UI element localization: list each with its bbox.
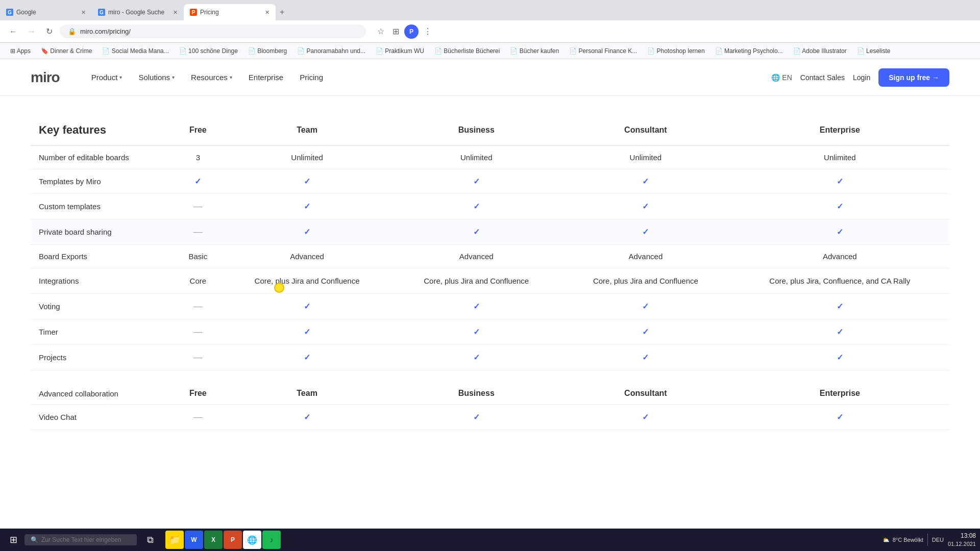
extensions-button[interactable]: ⊞ <box>389 24 402 38</box>
bookmark-photoshop[interactable]: 📄 Photoshop lernen <box>643 46 708 56</box>
bookmark-adobe[interactable]: 📄 Adobe Illustrator <box>789 46 851 56</box>
consultant-value: Advanced <box>561 245 730 268</box>
business-value: Unlimited <box>391 145 561 169</box>
free-value: 3 <box>174 145 223 169</box>
tab-bar: G Google ✕ G miro - Google Suche ✕ P Pri… <box>0 0 980 20</box>
table-row: Timer — ✓ ✓ ✓ ✓ <box>31 319 949 345</box>
bookmark-finance[interactable]: 📄 Personal Finance K... <box>565 46 641 56</box>
business-value: Advanced <box>391 245 561 268</box>
nav-product[interactable]: Product ▾ <box>84 69 130 86</box>
key-features-section: Key features Free Team Business Consulta… <box>31 116 949 430</box>
tab-close-google[interactable]: ✕ <box>81 9 86 16</box>
contact-sales-link[interactable]: Contact Sales <box>800 73 845 82</box>
check-icon: ✓ <box>473 302 480 311</box>
nav-pricing-label: Pricing <box>300 73 323 82</box>
check-icon: ✓ <box>642 177 649 186</box>
tab-label-search: miro - Google Suche <box>108 9 164 16</box>
menu-button[interactable]: ⋮ <box>421 24 435 38</box>
url-display: miro.com/pricing/ <box>80 28 131 35</box>
check-icon: ✓ <box>194 177 201 186</box>
feature-label: Board Exports <box>31 245 174 268</box>
profile-button[interactable]: P <box>404 24 419 39</box>
bookmark-buecher[interactable]: 📄 Bücher kaufen <box>506 46 563 56</box>
dash-icon: — <box>193 352 203 362</box>
check-icon: ✓ <box>642 302 649 311</box>
adv-collab-header-row: Advanced collaboration Free Team Busines… <box>31 370 949 405</box>
check-icon: ✓ <box>304 353 310 362</box>
tab-google[interactable]: G Google ✕ <box>0 4 92 20</box>
nav-links: Product ▾ Solutions ▾ Resources ▾ Enterp… <box>84 69 755 86</box>
table-row: Number of editable boards 3 Unlimited Un… <box>31 145 949 169</box>
back-button[interactable]: ← <box>6 25 20 38</box>
nav-solutions[interactable]: Solutions ▾ <box>131 69 182 86</box>
check-icon: ✓ <box>304 413 310 421</box>
dash-icon: — <box>193 412 203 422</box>
col-business: Business <box>391 116 561 145</box>
nav-enterprise[interactable]: Enterprise <box>241 69 290 86</box>
table-row: Private board sharing — ✓ ✓ ✓ ✓ <box>31 219 949 245</box>
tab-close-search[interactable]: ✕ <box>173 9 178 16</box>
bookmark-apps[interactable]: ⊞ Apps <box>6 46 35 56</box>
col-free: Free <box>174 116 223 145</box>
check-icon: ✓ <box>642 353 649 362</box>
enterprise-check: ✓ <box>730 319 949 345</box>
logo[interactable]: miro <box>31 69 60 86</box>
team-check: ✓ <box>223 194 392 219</box>
nav-product-chevron: ▾ <box>119 74 122 80</box>
enterprise-check: ✓ <box>730 219 949 245</box>
bookmark-button[interactable]: ☆ <box>374 24 387 38</box>
consultant-check: ✓ <box>561 169 730 194</box>
bookmark-dinner[interactable]: 🔖 Dinner & Crime <box>37 46 96 56</box>
business-check: ✓ <box>391 319 561 345</box>
bookmark-panorama[interactable]: 📄 Panoramabahn und... <box>293 46 370 56</box>
tab-close-pricing[interactable]: ✕ <box>265 9 270 16</box>
check-icon: ✓ <box>304 202 310 211</box>
section-title-cell: Key features <box>31 116 174 145</box>
team-check: ✓ <box>223 405 392 430</box>
consultant-check: ✓ <box>561 294 730 319</box>
business-check: ✓ <box>391 169 561 194</box>
business-check: ✓ <box>391 194 561 219</box>
tab-miro-search[interactable]: G miro - Google Suche ✕ <box>92 4 184 20</box>
enterprise-value: Advanced <box>730 245 949 268</box>
refresh-button[interactable]: ↻ <box>43 24 56 38</box>
table-row: Custom templates — ✓ ✓ ✓ ✓ <box>31 194 949 219</box>
bookmark-social[interactable]: 📄 Social Media Mana... <box>98 46 173 56</box>
nav-resources-chevron: ▾ <box>230 74 232 80</box>
nav-pricing[interactable]: Pricing <box>292 69 330 86</box>
consultant-check: ✓ <box>561 219 730 245</box>
bookmark-praktikum[interactable]: 📄 Praktikum WU <box>372 46 428 56</box>
check-icon: ✓ <box>473 413 480 421</box>
table-row: Voting — ✓ ✓ ✓ ✓ <box>31 294 949 319</box>
tab-pricing[interactable]: P Pricing ✕ <box>184 4 276 20</box>
pricing-table: Key features Free Team Business Consulta… <box>31 116 949 430</box>
check-icon: ✓ <box>642 413 649 421</box>
free-check: ✓ <box>174 169 223 194</box>
language-selector[interactable]: 🌐 EN <box>771 73 792 82</box>
login-link[interactable]: Login <box>853 73 870 82</box>
bookmark-buecherliste[interactable]: 📄 Bücherliste Bücherei <box>430 46 504 56</box>
main-content: Key features Free Team Business Consulta… <box>0 96 980 471</box>
nav-resources[interactable]: Resources ▾ <box>184 69 239 86</box>
new-tab-button[interactable]: + <box>276 8 288 17</box>
free-value: Basic <box>174 245 223 268</box>
team-check: ✓ <box>223 169 392 194</box>
top-nav: miro Product ▾ Solutions ▾ Resources ▾ E… <box>0 59 980 96</box>
adv-col-consultant: Consultant <box>561 370 730 405</box>
signup-button[interactable]: Sign up free → <box>878 68 949 87</box>
team-value: Unlimited <box>223 145 392 169</box>
feature-label: Timer <box>31 319 174 345</box>
bookmark-leseliste[interactable]: 📄 Leseliste <box>853 46 895 56</box>
free-dash: — <box>174 319 223 345</box>
forward-button[interactable]: → <box>24 25 39 38</box>
bookmark-100[interactable]: 📄 100 schöne Dinge <box>175 46 242 56</box>
bookmark-bloomberg[interactable]: 📄 Bloomberg <box>244 46 291 56</box>
address-bar[interactable]: 🔒 miro.com/pricing/ <box>60 24 366 38</box>
consultant-value: Core, plus Jira and Confluence <box>561 268 730 294</box>
nav-resources-label: Resources <box>191 73 228 82</box>
check-icon: ✓ <box>304 177 310 186</box>
table-row: Templates by Miro ✓ ✓ ✓ ✓ ✓ <box>31 169 949 194</box>
feature-label: Video Chat <box>31 405 174 430</box>
bookmark-marketing[interactable]: 📄 Marketing Psycholo... <box>711 46 787 56</box>
check-icon: ✓ <box>473 328 480 336</box>
